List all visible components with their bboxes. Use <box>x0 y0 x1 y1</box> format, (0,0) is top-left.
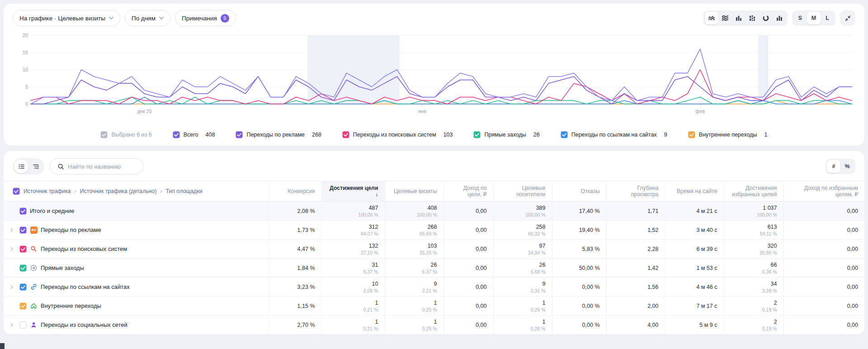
cell-bounce: 17,40 % <box>552 202 606 221</box>
column-header-goal_reaches[interactable]: Достижения цели ↓ <box>321 181 385 202</box>
size-l-button[interactable]: L <box>821 12 834 24</box>
cell-fav_goal_reaches-percent: 59,11 % <box>731 231 777 236</box>
row-checkbox[interactable] <box>100 131 108 138</box>
expand-chevron-icon[interactable] <box>9 322 15 328</box>
row-checkbox[interactable] <box>173 131 180 138</box>
column-chart-icon <box>776 14 783 22</box>
line-chart-icon[interactable] <box>705 12 718 24</box>
column-header-depth[interactable]: Глубина просмотра <box>606 181 665 202</box>
cell-fav_goal_reaches-percent: 30,86 % <box>731 250 777 255</box>
granularity-dropdown[interactable]: По дням <box>125 10 170 26</box>
row-checkbox[interactable] <box>19 302 27 310</box>
row-label[interactable]: Переходы по ссылкам на сайтах <box>41 283 130 290</box>
legend-item[interactable]: Переходы из поисковых систем103 <box>342 131 453 138</box>
legend-item-label: Переходы по ссылкам на сайтах <box>571 132 657 138</box>
expand-chevron-icon[interactable] <box>9 246 15 252</box>
cell-goal_reaches-percent: 0,21 % <box>328 307 378 312</box>
bottom-left-widget <box>0 343 5 349</box>
breadcrumb-separator: › <box>75 188 76 194</box>
column-header-time_on_site[interactable]: Время на сайте <box>665 181 724 202</box>
column-header-target_visits[interactable]: Целевые визиты <box>385 181 443 202</box>
series-line-Всего <box>31 49 852 104</box>
row-checkbox[interactable] <box>19 245 27 253</box>
column-header-bounce[interactable]: Отказы <box>552 181 606 202</box>
cell-target_visitors-percent: 2,31 % <box>500 288 546 293</box>
size-m-button[interactable]: M <box>807 12 821 24</box>
row-label[interactable]: Итого и средние <box>30 208 74 214</box>
column-header-conversion[interactable]: Конверсия <box>268 181 321 202</box>
sort-descending-icon: ↓ <box>375 191 378 198</box>
row-checkbox[interactable] <box>19 226 27 234</box>
bar-chart-icon[interactable] <box>732 12 745 24</box>
pie-chart-icon[interactable] <box>759 12 773 24</box>
row-label[interactable]: Переходы по рекламе <box>41 226 101 233</box>
cell-goal_revenue: 0,00 <box>443 221 493 240</box>
row-checkbox[interactable] <box>236 131 243 138</box>
column-chart-icon[interactable] <box>773 12 786 24</box>
legend-selection-toggle[interactable]: Выбрано 6 из 6 <box>100 131 151 138</box>
legend-item[interactable]: Внутренние переходы1 <box>688 131 768 138</box>
row-label[interactable]: Прямые заходы <box>41 264 84 271</box>
line-chart-icon <box>708 14 715 22</box>
legend-item-label: Всего <box>184 132 198 138</box>
row-label[interactable]: Переходы из социальных сетей <box>41 321 127 328</box>
row-checkbox[interactable] <box>342 131 349 138</box>
breadcrumb-link[interactable]: Тип площадки <box>165 188 202 194</box>
expand-chevron-icon[interactable] <box>9 227 15 233</box>
row-checkbox[interactable] <box>473 131 481 138</box>
absolute-format-button[interactable]: # <box>827 160 840 173</box>
column-header-fav_goal_reaches[interactable]: Достижения избранных целей <box>724 181 783 202</box>
list-view-icon[interactable] <box>14 160 28 173</box>
metric-selector-dropdown[interactable]: На графике · Целевые визиты <box>13 10 120 26</box>
cell-conversion: 4,47 % <box>268 240 321 259</box>
cell-goal_reaches: 10,21 % <box>321 297 385 316</box>
row-label[interactable]: Переходы из поисковых систем <box>41 245 127 252</box>
stacked-bar-icon[interactable] <box>745 12 759 24</box>
cell-conversion: 1,15 % <box>268 297 321 316</box>
search-source-icon <box>30 245 37 252</box>
legend-item-value: 103 <box>443 132 453 138</box>
cell-bounce: 19,40 % <box>552 221 606 240</box>
breadcrumb-link[interactable]: Источник трафика (детально) <box>80 188 156 194</box>
chart-plot-area[interactable]: 05101520дек 25янвфев <box>13 29 855 125</box>
cell-fav_goal_revenue: 0,00 <box>783 240 864 259</box>
size-s-button[interactable]: S <box>793 12 807 24</box>
traffic-line-chart: 05101520дек 25янвфев <box>13 29 855 125</box>
select-all-checkbox[interactable] <box>13 188 20 195</box>
home-icon <box>30 302 37 309</box>
legend-item[interactable]: Всего408 <box>173 131 215 138</box>
stacked-area-icon[interactable] <box>718 12 732 24</box>
search-input[interactable] <box>68 163 136 170</box>
tree-view-icon[interactable] <box>28 160 43 173</box>
percent-format-button[interactable]: % <box>840 160 854 173</box>
row-checkbox[interactable] <box>19 321 27 329</box>
row-label[interactable]: Внутренние переходы <box>41 302 101 309</box>
row-checkbox[interactable] <box>688 131 695 138</box>
legend-item[interactable]: Прямые заходы26 <box>473 131 539 138</box>
expand-chevron-icon[interactable] <box>9 284 15 290</box>
cell-target_visitors: 92,31 % <box>493 278 552 297</box>
cell-goal_revenue: 0,00 <box>443 202 493 221</box>
legend-item[interactable]: Переходы по рекламе268 <box>236 131 321 138</box>
row-checkbox[interactable] <box>19 283 27 291</box>
cell-target_visits: 266,37 % <box>385 259 443 278</box>
legend-item[interactable]: Переходы по ссылкам на сайтах9 <box>561 131 667 138</box>
row-checkbox[interactable] <box>19 208 27 215</box>
cell-target_visits-percent: 100,00 % <box>392 212 437 217</box>
cell-target_visitors: 10,26 % <box>493 316 552 335</box>
row-checkbox[interactable] <box>561 131 568 138</box>
cell-bounce: 0,00 % <box>552 278 606 297</box>
table-row: Переходы из поисковых систем4,47 %13227,… <box>4 240 864 259</box>
cell-fav_goal_revenue: 0,00 <box>783 221 864 240</box>
column-header-target_visitors[interactable]: Целевые посетители <box>493 181 552 202</box>
breadcrumb-separator: › <box>160 188 162 194</box>
cell-target_visitors-percent: 6,68 % <box>500 269 546 274</box>
row-checkbox[interactable] <box>19 264 27 272</box>
notes-button[interactable]: Примечания 5 <box>175 10 236 26</box>
breadcrumb-link[interactable]: Источник трафика <box>24 188 71 194</box>
chevron-slot <box>7 283 16 291</box>
collapse-chart-button[interactable] <box>840 10 855 26</box>
column-header-fav_goal_revenue[interactable]: Доход по избранным целям, ₽ <box>783 181 864 202</box>
table-row: Переходы из социальных сетей2,70 %10,21 … <box>4 316 864 335</box>
column-header-goal_revenue[interactable]: Доход по цели, ₽ <box>443 181 493 202</box>
